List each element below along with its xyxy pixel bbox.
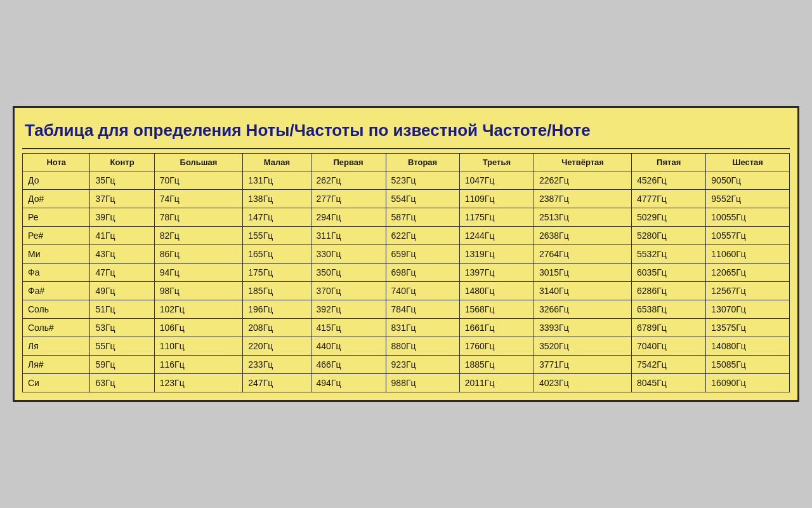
frequency-value: 7040Гц — [632, 337, 706, 356]
frequency-value: 37Гц — [90, 190, 154, 208]
frequency-value: 4526Гц — [632, 171, 706, 190]
frequency-value: 370Гц — [311, 282, 386, 300]
frequency-value: 6538Гц — [632, 300, 706, 319]
column-header-7: Четвёртая — [534, 154, 631, 171]
frequency-value: 106Гц — [154, 319, 243, 337]
frequency-value: 15085Гц — [706, 356, 790, 374]
frequency-value: 659Гц — [386, 245, 459, 264]
frequency-value: 415Гц — [311, 319, 386, 337]
frequency-value: 4023Гц — [534, 374, 631, 392]
frequency-value: 247Гц — [243, 374, 311, 392]
frequency-value: 5029Гц — [632, 208, 706, 227]
frequency-value: 8045Гц — [632, 374, 706, 392]
frequency-value: 12065Гц — [706, 264, 790, 282]
table-row: Ми43Гц86Гц165Гц330Гц659Гц1319Гц2764Гц553… — [23, 245, 790, 264]
frequency-value: 494Гц — [311, 374, 386, 392]
frequency-value: 5280Гц — [632, 227, 706, 245]
frequency-value: 1175Гц — [459, 208, 534, 227]
frequency-value: 10055Гц — [706, 208, 790, 227]
frequency-value: 988Гц — [386, 374, 459, 392]
table-row: Соль51Гц102Гц196Гц392Гц784Гц1568Гц3266Гц… — [23, 300, 790, 319]
frequency-value: 98Гц — [154, 282, 243, 300]
frequency-value: 9552Гц — [706, 190, 790, 208]
table-row: До#37Гц74Гц138Гц277Гц554Гц1109Гц2387Гц47… — [23, 190, 790, 208]
frequency-value: 94Гц — [154, 264, 243, 282]
frequency-value: 39Гц — [90, 208, 154, 227]
frequency-value: 1109Гц — [459, 190, 534, 208]
frequency-value: 165Гц — [243, 245, 311, 264]
frequency-value: 294Гц — [311, 208, 386, 227]
frequency-value: 923Гц — [386, 356, 459, 374]
note-name: Ре# — [23, 227, 90, 245]
frequency-value: 3771Гц — [534, 356, 631, 374]
frequency-value: 1480Гц — [459, 282, 534, 300]
frequency-value: 7542Гц — [632, 356, 706, 374]
frequency-value: 523Гц — [386, 171, 459, 190]
table-row: Соль#53Гц106Гц208Гц415Гц831Гц1661Гц3393Г… — [23, 319, 790, 337]
frequency-value: 1047Гц — [459, 171, 534, 190]
frequency-value: 2513Гц — [534, 208, 631, 227]
table-body: До35Гц70Гц131Гц262Гц523Гц1047Гц2262Гц452… — [23, 171, 790, 392]
frequency-value: 12567Гц — [706, 282, 790, 300]
frequency-value: 147Гц — [243, 208, 311, 227]
frequency-value: 277Гц — [311, 190, 386, 208]
table-row: Ре#41Гц82Гц155Гц311Гц622Гц1244Гц2638Гц52… — [23, 227, 790, 245]
frequency-value: 330Гц — [311, 245, 386, 264]
frequency-value: 78Гц — [154, 208, 243, 227]
frequency-value: 49Гц — [90, 282, 154, 300]
frequency-value: 51Гц — [90, 300, 154, 319]
frequency-value: 1661Гц — [459, 319, 534, 337]
frequency-value: 554Гц — [386, 190, 459, 208]
frequency-table: НотаКонтрБольшаяМалаяПерваяВтораяТретьяЧ… — [22, 153, 790, 392]
frequency-value: 53Гц — [90, 319, 154, 337]
note-name: Соль# — [23, 319, 90, 337]
frequency-value: 196Гц — [243, 300, 311, 319]
frequency-value: 70Гц — [154, 171, 243, 190]
note-name: Фа — [23, 264, 90, 282]
table-row: Ля55Гц110Гц220Гц440Гц880Гц1760Гц3520Гц70… — [23, 337, 790, 356]
frequency-value: 55Гц — [90, 337, 154, 356]
frequency-value: 6789Гц — [632, 319, 706, 337]
frequency-value: 233Гц — [243, 356, 311, 374]
column-header-4: Первая — [311, 154, 386, 171]
frequency-value: 41Гц — [90, 227, 154, 245]
frequency-value: 4777Гц — [632, 190, 706, 208]
frequency-value: 311Гц — [311, 227, 386, 245]
frequency-value: 74Гц — [154, 190, 243, 208]
frequency-value: 622Гц — [386, 227, 459, 245]
frequency-value: 175Гц — [243, 264, 311, 282]
note-name: Ми — [23, 245, 90, 264]
frequency-value: 10557Гц — [706, 227, 790, 245]
frequency-value: 1760Гц — [459, 337, 534, 356]
note-name: Си — [23, 374, 90, 392]
frequency-value: 2387Гц — [534, 190, 631, 208]
main-container: Таблица для определения Ноты/Частоты по … — [13, 106, 799, 402]
frequency-value: 6286Гц — [632, 282, 706, 300]
frequency-value: 123Гц — [154, 374, 243, 392]
page-title: Таблица для определения Ноты/Частоты по … — [22, 116, 790, 149]
frequency-value: 2262Гц — [534, 171, 631, 190]
frequency-value: 3393Гц — [534, 319, 631, 337]
frequency-value: 1885Гц — [459, 356, 534, 374]
frequency-value: 208Гц — [243, 319, 311, 337]
table-header-row: НотаКонтрБольшаяМалаяПерваяВтораяТретьяЧ… — [23, 154, 790, 171]
frequency-value: 220Гц — [243, 337, 311, 356]
frequency-value: 6035Гц — [632, 264, 706, 282]
frequency-value: 1397Гц — [459, 264, 534, 282]
frequency-value: 831Гц — [386, 319, 459, 337]
frequency-value: 466Гц — [311, 356, 386, 374]
frequency-value: 1568Гц — [459, 300, 534, 319]
table-row: Фа47Гц94Гц175Гц350Гц698Гц1397Гц3015Гц603… — [23, 264, 790, 282]
table-row: Ре39Гц78Гц147Гц294Гц587Гц1175Гц2513Гц502… — [23, 208, 790, 227]
frequency-value: 1319Гц — [459, 245, 534, 264]
frequency-value: 3266Гц — [534, 300, 631, 319]
frequency-value: 880Гц — [386, 337, 459, 356]
frequency-value: 110Гц — [154, 337, 243, 356]
frequency-value: 262Гц — [311, 171, 386, 190]
column-header-5: Вторая — [386, 154, 459, 171]
column-header-8: Пятая — [632, 154, 706, 171]
frequency-value: 587Гц — [386, 208, 459, 227]
frequency-value: 1244Гц — [459, 227, 534, 245]
frequency-value: 5532Гц — [632, 245, 706, 264]
frequency-value: 740Гц — [386, 282, 459, 300]
